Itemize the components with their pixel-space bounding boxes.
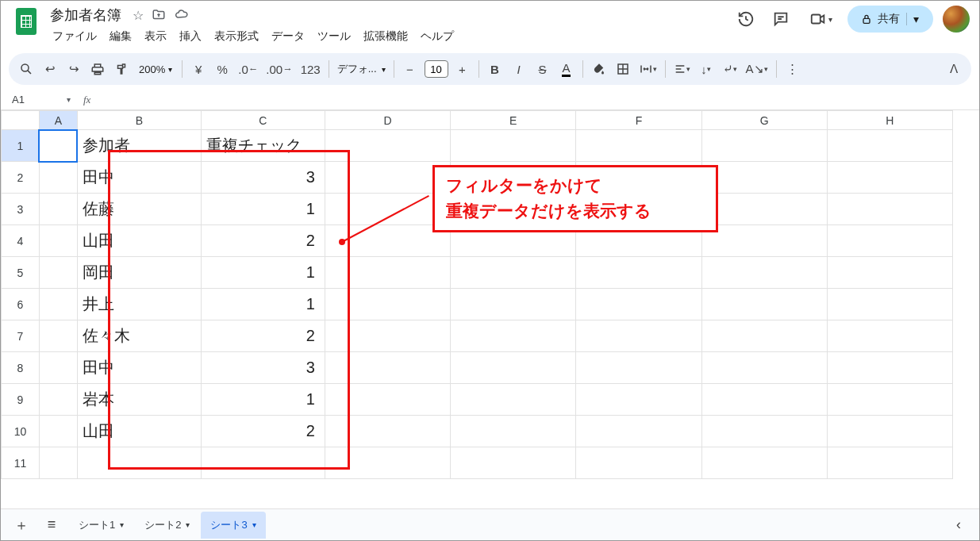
name-box[interactable]: A1▾ bbox=[1, 94, 77, 106]
text-wrap-icon[interactable]: ⤶▾ bbox=[719, 58, 741, 80]
cell-A9[interactable] bbox=[39, 384, 77, 416]
row-header[interactable]: 8 bbox=[2, 352, 40, 384]
cell-G1[interactable] bbox=[701, 130, 827, 162]
cell-E8[interactable] bbox=[451, 352, 576, 384]
cell-B6[interactable]: 井上 bbox=[77, 289, 201, 320]
cell-D11[interactable] bbox=[325, 447, 450, 479]
cell-C3[interactable]: 1 bbox=[201, 194, 325, 225]
menu-6[interactable]: ツール bbox=[312, 26, 356, 47]
cell-E7[interactable] bbox=[451, 320, 576, 352]
cell-B4[interactable]: 山田 bbox=[77, 225, 201, 257]
col-header-G[interactable]: G bbox=[701, 111, 827, 130]
sheets-logo[interactable] bbox=[10, 6, 42, 37]
redo-icon[interactable]: ↪ bbox=[63, 58, 85, 80]
cell-A11[interactable] bbox=[39, 447, 77, 479]
cell-G8[interactable] bbox=[701, 352, 827, 384]
row-header[interactable]: 7 bbox=[2, 320, 40, 352]
cell-G11[interactable] bbox=[701, 447, 827, 479]
font-size-minus[interactable]: − bbox=[399, 58, 421, 80]
cell-A3[interactable] bbox=[39, 194, 77, 225]
font-size-input[interactable] bbox=[425, 60, 448, 78]
cell-A1[interactable] bbox=[39, 130, 77, 162]
cell-C10[interactable]: 2 bbox=[201, 416, 325, 447]
menu-8[interactable]: ヘルプ bbox=[415, 26, 459, 47]
undo-icon[interactable]: ↩ bbox=[39, 58, 61, 80]
decrease-decimal-icon[interactable]: .0← bbox=[235, 58, 261, 80]
col-header-H[interactable]: H bbox=[827, 111, 952, 130]
cell-B1[interactable]: 参加者 bbox=[77, 130, 201, 162]
menu-5[interactable]: データ bbox=[266, 26, 310, 47]
cloud-status-icon[interactable] bbox=[174, 8, 190, 22]
cell-H8[interactable] bbox=[827, 352, 952, 384]
star-icon[interactable]: ☆ bbox=[133, 8, 144, 23]
cell-G4[interactable] bbox=[701, 225, 827, 257]
cell-C8[interactable]: 3 bbox=[201, 352, 325, 384]
cell-C11[interactable] bbox=[201, 447, 325, 479]
merge-cells-icon[interactable]: ▾ bbox=[636, 58, 660, 80]
select-all-corner[interactable] bbox=[2, 111, 40, 130]
cell-E11[interactable] bbox=[451, 447, 576, 479]
menu-7[interactable]: 拡張機能 bbox=[358, 26, 413, 47]
bold-icon[interactable]: B bbox=[484, 58, 506, 80]
sheet-tab-2[interactable]: シート3▾ bbox=[201, 512, 265, 539]
cell-H9[interactable] bbox=[827, 384, 952, 416]
menu-2[interactable]: 表示 bbox=[139, 26, 172, 47]
col-header-F[interactable]: F bbox=[576, 111, 701, 130]
cell-B9[interactable]: 岩本 bbox=[77, 384, 201, 416]
menu-4[interactable]: 表示形式 bbox=[209, 26, 264, 47]
cell-G5[interactable] bbox=[701, 257, 827, 289]
collapse-toolbar-icon[interactable]: ᐱ bbox=[943, 58, 965, 80]
cell-G6[interactable] bbox=[701, 289, 827, 320]
cell-H7[interactable] bbox=[827, 320, 952, 352]
cell-G2[interactable] bbox=[701, 162, 827, 194]
cell-F5[interactable] bbox=[576, 257, 701, 289]
cell-A10[interactable] bbox=[39, 416, 77, 447]
cell-D10[interactable] bbox=[325, 416, 450, 447]
cell-H6[interactable] bbox=[827, 289, 952, 320]
menu-0[interactable]: ファイル bbox=[47, 26, 102, 47]
move-folder-icon[interactable] bbox=[152, 8, 166, 22]
spreadsheet-grid[interactable]: ABCDEFGH 1参加者重複チェック2田中33佐藤14山田25岡田16井上17… bbox=[1, 110, 979, 489]
cell-H4[interactable] bbox=[827, 225, 952, 257]
all-sheets-button[interactable]: ≡ bbox=[39, 512, 64, 538]
col-header-C[interactable]: C bbox=[201, 111, 325, 130]
italic-icon[interactable]: I bbox=[508, 58, 530, 80]
menu-1[interactable]: 編集 bbox=[104, 26, 137, 47]
cell-B11[interactable] bbox=[77, 447, 201, 479]
sheet-tab-1[interactable]: シート2▾ bbox=[135, 512, 199, 539]
cell-A6[interactable] bbox=[39, 289, 77, 320]
row-header[interactable]: 1 bbox=[2, 130, 40, 162]
row-header[interactable]: 3 bbox=[2, 194, 40, 225]
cell-D8[interactable] bbox=[325, 352, 450, 384]
row-header[interactable]: 5 bbox=[2, 257, 40, 289]
cell-C6[interactable]: 1 bbox=[201, 289, 325, 320]
col-header-B[interactable]: B bbox=[77, 111, 201, 130]
cell-F8[interactable] bbox=[576, 352, 701, 384]
row-header[interactable]: 6 bbox=[2, 289, 40, 320]
sheet-tab-0[interactable]: シート1▾ bbox=[69, 512, 133, 539]
cell-C1[interactable]: 重複チェック bbox=[201, 130, 325, 162]
row-header[interactable]: 10 bbox=[2, 416, 40, 447]
row-header[interactable]: 2 bbox=[2, 162, 40, 194]
cell-D2[interactable] bbox=[325, 162, 450, 194]
col-header-E[interactable]: E bbox=[451, 111, 576, 130]
h-align-icon[interactable]: ▾ bbox=[671, 58, 694, 80]
cell-F10[interactable] bbox=[576, 416, 701, 447]
cell-A5[interactable] bbox=[39, 257, 77, 289]
cell-D9[interactable] bbox=[325, 384, 450, 416]
cell-B5[interactable]: 岡田 bbox=[77, 257, 201, 289]
cell-B7[interactable]: 佐々木 bbox=[77, 320, 201, 352]
cell-G9[interactable] bbox=[701, 384, 827, 416]
col-header-A[interactable]: A bbox=[39, 111, 77, 130]
col-header-D[interactable]: D bbox=[325, 111, 450, 130]
strikethrough-icon[interactable]: S bbox=[532, 58, 554, 80]
cell-F9[interactable] bbox=[576, 384, 701, 416]
cell-C2[interactable]: 3 bbox=[201, 162, 325, 194]
cell-H3[interactable] bbox=[827, 194, 952, 225]
cell-D7[interactable] bbox=[325, 320, 450, 352]
cell-H5[interactable] bbox=[827, 257, 952, 289]
cell-C7[interactable]: 2 bbox=[201, 320, 325, 352]
v-align-icon[interactable]: ↓▾ bbox=[695, 58, 717, 80]
cell-F6[interactable] bbox=[576, 289, 701, 320]
cell-D5[interactable] bbox=[325, 257, 450, 289]
